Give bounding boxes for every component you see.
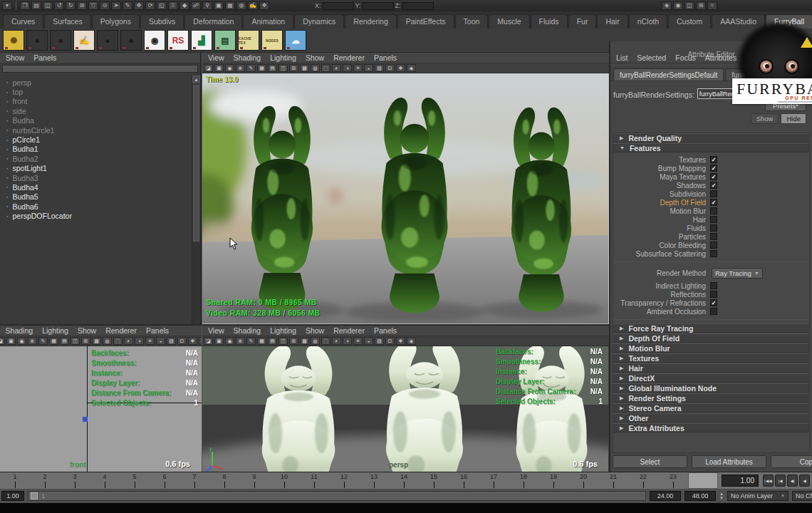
menu-renderer[interactable]: Renderer (105, 326, 137, 336)
outliner-item-pcircle1[interactable]: ▪pCircle1 (0, 135, 192, 144)
outliner-item-nurbscircle1[interactable]: ▪nurbsCircle1 (0, 125, 192, 135)
viewport-tool-icon-5[interactable]: ▦ (257, 64, 266, 72)
select-tool-icon[interactable]: ➤ (111, 1, 121, 10)
menu-panels[interactable]: Panels (374, 53, 397, 63)
outliner-item-budha2[interactable]: ▪Budha2 (0, 154, 192, 163)
sky-shelf-icon[interactable]: ☁ (285, 30, 306, 51)
viewport-tool-icon-6[interactable]: ▤ (60, 337, 69, 345)
viewport-tool-icon-17[interactable]: ⊡ (385, 337, 395, 345)
viewport-tool-icon-1[interactable]: ▣ (6, 337, 16, 345)
go-to-start-button[interactable]: |◀◀ (763, 475, 774, 487)
shelf-tab-muscle[interactable]: Muscle (489, 14, 529, 28)
menu-view[interactable]: View (208, 326, 224, 336)
viewport-tool-icon-3[interactable]: ⊕ (236, 64, 245, 72)
viewport-tool-icon-7[interactable]: ◫ (279, 64, 288, 72)
viewport-tool-icon-9[interactable]: ▩ (300, 337, 309, 345)
section-hair[interactable]: ▶Hair (613, 363, 809, 373)
timeline-frame-11[interactable]: 11 (299, 472, 329, 489)
viewport-tool-icon-2[interactable]: ◉ (17, 337, 26, 345)
ipr-render-icon[interactable]: ▦ (225, 1, 235, 10)
checkbox-reflections[interactable] (710, 291, 717, 298)
section-render-settings[interactable]: ▶Render Settings (613, 393, 809, 403)
show-button[interactable]: Show (751, 113, 779, 124)
checkbox-subsurface-scattering[interactable] (710, 250, 717, 257)
scrollbar-thumb[interactable] (193, 85, 199, 242)
lock-icon[interactable]: ⚿ (168, 1, 178, 10)
new-scene-icon[interactable]: ❒ (20, 1, 30, 10)
outliner-item-budha1[interactable]: ▪Budha1 (0, 145, 192, 154)
section-features[interactable]: ▼ Features (613, 143, 809, 152)
viewport-tool-icon-14[interactable]: ☀ (353, 337, 363, 345)
outliner-item-budha[interactable]: ▪Budha (0, 116, 192, 125)
menu-shading[interactable]: Shading (234, 53, 261, 63)
character-set-dropdown[interactable]: No Chan (792, 491, 812, 501)
outliner-item-budha4[interactable]: ▪Budha4 (0, 182, 192, 192)
snap-magnet-icon[interactable]: ☍ (191, 1, 201, 10)
outliner-item-side[interactable]: ▪side (0, 106, 192, 115)
furryball-dark2-shelf-icon[interactable]: ● (50, 30, 71, 51)
viewport-tool-icon-12[interactable]: ◐ (332, 337, 341, 345)
viewport-tool-icon-0[interactable]: ◪ (204, 337, 213, 345)
grid-toggle-icon[interactable]: ⊞ (696, 1, 706, 10)
checkbox-shadows[interactable]: ✓ (710, 182, 717, 189)
step-back-frame-button[interactable]: |◀ (775, 475, 786, 487)
viewport-tool-icon-13[interactable]: ◑ (135, 337, 144, 345)
rs-shelf-icon[interactable]: RS (167, 30, 189, 51)
timeline-frame-6[interactable]: 6 (150, 472, 179, 489)
viewport-tool-icon-7[interactable]: ◫ (71, 337, 80, 345)
redo-icon[interactable]: ↻ (66, 1, 76, 10)
viewport-tool-icon-13[interactable]: ◑ (343, 337, 352, 345)
anim-layer-dropdown[interactable]: No Anim Layer ▼ (727, 491, 788, 501)
shelf-tab-rendering[interactable]: Rendering (345, 14, 396, 28)
section-other[interactable]: ▶Other (613, 413, 809, 423)
snap-grid-icon[interactable]: ⊞ (77, 1, 87, 10)
playback-end-field[interactable]: 24.00 (650, 491, 681, 501)
viewport-tool-icon-14[interactable]: ☀ (353, 64, 363, 72)
timeline-frame-12[interactable]: 12 (329, 472, 359, 489)
rotate-tool-icon[interactable]: ⟳ (145, 1, 155, 10)
scale-tool-icon[interactable]: ◱ (157, 1, 167, 10)
checkbox-particles[interactable] (710, 233, 717, 240)
hide-button[interactable]: Hide (781, 113, 806, 124)
shelf-tab-ncloth[interactable]: nCloth (629, 14, 667, 28)
viewport-tool-icon-15[interactable]: ◒ (364, 64, 373, 72)
viewport-tool-icon-19[interactable]: ◈ (407, 337, 416, 345)
section-stereo-camera[interactable]: ▶Stereo Camera (613, 403, 809, 413)
play-backwards-button[interactable]: ◀ (799, 475, 810, 487)
furryball-dark3-shelf-icon[interactable]: ● (97, 30, 118, 51)
timeline-frame-21[interactable]: 21 (598, 472, 628, 489)
x-coord-field[interactable] (323, 2, 354, 10)
checkbox-ambient-occlusion[interactable] (710, 308, 717, 315)
render-viewport-canvas[interactable]: Time 13.0 Shared RAM: 0 MB / 8965 MB Vid… (202, 73, 609, 324)
furryball-dark4-shelf-icon[interactable]: ● (120, 30, 142, 51)
section-extra-attributes[interactable]: ▶Extra Attributes (613, 423, 809, 432)
timeline-frame-13[interactable]: 13 (359, 472, 389, 489)
viewport-tool-icon-1[interactable]: ▣ (214, 64, 224, 72)
timeline-frame-8[interactable]: 8 (209, 472, 239, 489)
viewport-tool-icon-18[interactable]: ❖ (396, 337, 405, 345)
viewport-tool-icon-12[interactable]: ◐ (332, 64, 341, 72)
undo-icon[interactable]: ↺ (54, 1, 64, 10)
viewport-tool-icon-7[interactable]: ◫ (279, 337, 288, 345)
viewport-tool-icon-11[interactable]: ⬚ (113, 337, 123, 345)
viewport-tool-icon-0[interactable]: ◪ (204, 64, 213, 72)
timeline-frame-19[interactable]: 19 (538, 472, 568, 489)
snap-view-icon[interactable]: ⚲ (202, 1, 212, 10)
viewport-tool-icon-8[interactable]: ⊞ (289, 337, 298, 345)
furryball-dark-shelf-icon[interactable]: ● (26, 30, 48, 51)
render-settings-icon[interactable]: ◍ (236, 1, 246, 10)
viewport-tool-icon-2[interactable]: ◉ (225, 64, 234, 72)
shelf-tab-polygons[interactable]: Polygons (92, 14, 140, 28)
shelf-tab-animation[interactable]: Animation (243, 14, 293, 28)
timeline-frame-5[interactable]: 5 (120, 472, 150, 489)
outliner-item-front[interactable]: ▪front (0, 97, 192, 106)
viewport-tool-icon-5[interactable]: ▦ (49, 337, 58, 345)
shelf-tab-hair[interactable]: Hair (597, 14, 628, 28)
shelf-tab-custom[interactable]: Custom (668, 14, 711, 28)
checkbox-bump-mapping[interactable]: ✓ (710, 165, 717, 172)
shelf-tab-dynamics[interactable]: Dynamics (294, 14, 344, 28)
nodes-shelf-icon[interactable]: NODES (261, 30, 283, 51)
range-start-field[interactable]: 1.00 (1, 491, 24, 501)
menu-focus[interactable]: Focus (675, 53, 696, 63)
viewport-tool-icon-9[interactable]: ▩ (92, 337, 101, 345)
